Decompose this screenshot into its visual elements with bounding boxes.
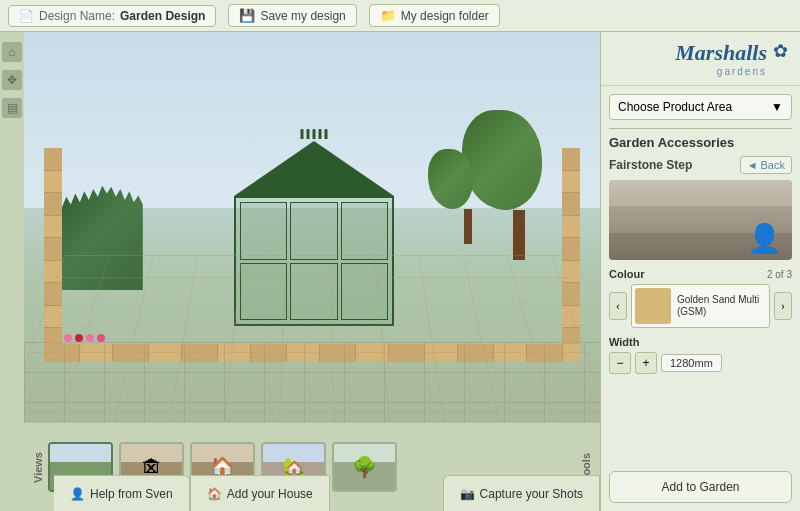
product-area-label: Choose Product Area: [618, 100, 732, 114]
width-control: − + 1280mm: [609, 352, 792, 374]
house-icon: 🏠: [207, 487, 222, 501]
doc-icon: 📄: [19, 9, 34, 23]
small-tree-foliage: [428, 149, 473, 209]
colour-selector: ‹ Golden Sand Multi (GSM) ›: [609, 284, 792, 328]
folder-icon: 📁: [380, 8, 396, 23]
colour-prev-button[interactable]: ‹: [609, 292, 627, 320]
colour-next-button[interactable]: ›: [774, 292, 792, 320]
folder-button[interactable]: 📁 My design folder: [369, 4, 500, 27]
prev-icon: ‹: [616, 301, 619, 312]
next-icon: ›: [781, 301, 784, 312]
bottom-actions: 👤 Help from Sven 🏠 Add your House 📷 Capt…: [24, 475, 600, 511]
add-to-garden-button[interactable]: Add to Garden: [609, 471, 792, 503]
top-bar: 📄 Design Name: Garden Design 💾 Save my d…: [0, 0, 800, 32]
product-area-dropdown[interactable]: Choose Product Area ▼: [609, 94, 792, 120]
back-label: Back: [761, 159, 785, 171]
small-tree-trunk: [464, 209, 472, 244]
step-visual: [609, 180, 792, 260]
product-image: [609, 180, 792, 260]
house-label: Add your House: [227, 487, 313, 501]
width-section: Width − + 1280mm: [609, 336, 792, 374]
back-arrow-icon: ◄: [747, 159, 758, 171]
help-icon: 👤: [70, 487, 85, 501]
design-name-box: 📄 Design Name: Garden Design: [8, 5, 216, 27]
width-plus-button[interactable]: +: [635, 352, 657, 374]
colour-section: Colour 2 of 3 ‹ Golden Sand Multi (GSM) …: [609, 268, 792, 328]
section-header: Garden Accessories Fairstone Step ◄ Back: [609, 135, 792, 174]
minus-icon: −: [616, 356, 623, 370]
folder-label: My design folder: [401, 9, 489, 23]
camera-icon: 📷: [460, 487, 475, 501]
colour-count: 2 of 3: [767, 269, 792, 280]
accessories-section: Garden Accessories Fairstone Step ◄ Back…: [601, 129, 800, 463]
add-house-button[interactable]: 🏠 Add your House: [190, 475, 330, 511]
greenhouse-roof-container: [234, 141, 394, 196]
add-to-garden-label: Add to Garden: [661, 480, 739, 494]
bottom-toolbar: Views 🏚 🏠 🏡 🌳 Tools: [24, 422, 600, 511]
colour-swatch-box: Golden Sand Multi (GSM): [631, 284, 770, 328]
garden-scene: [24, 32, 600, 422]
design-name-label: Design Name:: [39, 9, 115, 23]
colour-swatch: [635, 288, 671, 324]
colour-label: Colour: [609, 268, 644, 280]
tree-trunk: [513, 210, 525, 260]
capture-button[interactable]: 📷 Capture your Shots: [443, 475, 600, 511]
tree: [496, 110, 542, 260]
help-button[interactable]: 👤 Help from Sven: [54, 475, 190, 511]
pan-tool-button[interactable]: ✥: [2, 70, 22, 90]
home-button[interactable]: ⌂: [2, 42, 22, 62]
design-name-value: Garden Design: [120, 9, 205, 23]
colour-header: Colour 2 of 3: [609, 268, 792, 280]
marshalls-logo: Marshalls gardens ✿: [601, 32, 800, 86]
left-nav-strip: ⌂ ✥ ▤: [0, 32, 24, 511]
logo-name: Marshalls: [675, 40, 767, 66]
zoom-button[interactable]: ▤: [2, 98, 22, 118]
product-header: Fairstone Step ◄ Back: [609, 156, 792, 174]
garden-canvas[interactable]: Views 🏚 🏠 🏡 🌳 Tools: [24, 32, 600, 511]
logo-icon: ✿: [773, 40, 788, 62]
width-value: 1280mm: [661, 354, 722, 372]
right-panel: Marshalls gardens ✿ Choose Product Area …: [600, 32, 800, 511]
small-tree: [462, 149, 473, 244]
save-label: Save my design: [260, 9, 345, 23]
logo-sub: gardens: [675, 66, 767, 77]
product-area-section: Choose Product Area ▼: [609, 94, 792, 120]
dropdown-arrow-icon: ▼: [771, 100, 783, 114]
width-label: Width: [609, 336, 792, 348]
help-label: Help from Sven: [90, 487, 173, 501]
colour-name: Golden Sand Multi (GSM): [677, 294, 766, 318]
section-title: Garden Accessories: [609, 135, 792, 150]
back-button[interactable]: ◄ Back: [740, 156, 792, 174]
save-icon: 💾: [239, 8, 255, 23]
plus-icon: +: [642, 356, 649, 370]
paving-area: [24, 342, 600, 422]
main-layout: ⌂ ✥ ▤: [0, 32, 800, 511]
capture-label: Capture your Shots: [480, 487, 583, 501]
roof-spikes: [301, 129, 328, 139]
product-name: Fairstone Step: [609, 158, 692, 172]
width-minus-button[interactable]: −: [609, 352, 631, 374]
save-button[interactable]: 💾 Save my design: [228, 4, 356, 27]
flowers: [64, 334, 105, 342]
